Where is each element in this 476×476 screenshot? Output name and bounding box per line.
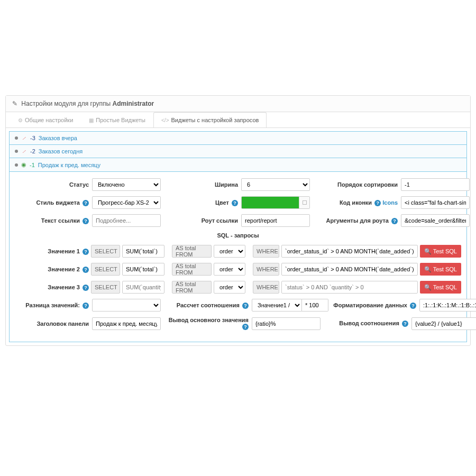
help-icon[interactable]: ?	[242, 303, 249, 309]
accordion-item[interactable]: ⟋ -2 Заказов сегодня	[9, 144, 467, 158]
dot-icon	[15, 163, 18, 167]
label-width: Ширина	[164, 181, 238, 188]
ratio-mult-input[interactable]	[302, 299, 328, 312]
eye-off-icon: ⟋	[21, 148, 27, 154]
help-icon[interactable]: ?	[374, 200, 381, 206]
search-icon: 🔍	[424, 284, 432, 291]
help-icon[interactable]: ?	[83, 303, 89, 309]
gear-icon: ⚙	[18, 117, 23, 123]
route-input[interactable]	[241, 214, 310, 227]
where-input-1[interactable]	[281, 245, 418, 258]
label-mainout: Вывод основного значения ?	[164, 317, 249, 330]
help-icon[interactable]: ?	[83, 218, 89, 224]
help-icon[interactable]: ?	[83, 285, 89, 291]
status-select[interactable]: Включено	[92, 178, 161, 191]
label-routeargs: Аргументы для роута ?	[313, 217, 398, 224]
help-icon[interactable]: ?	[83, 249, 89, 255]
table-select-1[interactable]: order	[214, 245, 245, 258]
widget-form: Статус Включено Ширина 6 Порядок сортиро…	[9, 172, 467, 342]
label-value3: Значение 3 ?	[15, 284, 89, 291]
eye-off-icon: ⟋	[21, 135, 27, 141]
sql-select-label: SELECT	[91, 281, 120, 294]
iconcode-input[interactable]	[401, 196, 470, 209]
dot-icon	[15, 136, 18, 140]
label-value1: Значение 1 ?	[15, 248, 89, 255]
item-index: -1	[30, 162, 35, 168]
wrench-icon: ✎	[12, 100, 17, 107]
table-select-3[interactable]: order	[214, 281, 245, 294]
sql-asfrom-label: AS total FROM	[172, 281, 212, 294]
sql-asfrom-label: AS total FROM	[172, 263, 212, 276]
label-status: Статус	[15, 181, 89, 188]
ratioout-input[interactable]	[411, 317, 476, 330]
label-iconcode: Код иконки ? Icons	[313, 199, 398, 206]
sum-input-3[interactable]	[122, 281, 164, 294]
sort-input[interactable]	[401, 178, 470, 191]
search-icon: 🔍	[424, 248, 432, 255]
color-picker[interactable]	[241, 196, 310, 209]
label-color: Цвет ?	[164, 199, 238, 206]
color-swatch	[242, 197, 299, 208]
width-select[interactable]: 6	[241, 178, 310, 191]
sum-input-1[interactable]	[122, 245, 164, 258]
sql-asfrom-label: AS total FROM	[172, 245, 212, 258]
help-icon[interactable]: ?	[242, 324, 249, 330]
dot-icon	[15, 150, 18, 153]
label-value2: Значение 2 ?	[15, 266, 89, 273]
table-select-2[interactable]: order	[214, 263, 245, 276]
panel-heading: ✎ Настройки модуля для группы Administra…	[6, 96, 470, 112]
panel-title-prefix: Настройки модуля для группы	[21, 100, 111, 107]
help-icon[interactable]: ?	[83, 267, 89, 273]
ratio-select[interactable]: Значение1 / Значе	[252, 299, 302, 312]
settings-panel: ✎ Настройки модуля для группы Administra…	[5, 95, 471, 346]
item-title: Заказов сегодня	[39, 148, 83, 154]
label-sort: Порядок сортировки	[313, 181, 398, 188]
label-ratioout: Вывод соотношения ?	[324, 320, 408, 327]
label-diff: Разница значений: ?	[15, 302, 89, 309]
help-icon[interactable]: ?	[83, 200, 89, 206]
mainout-input[interactable]	[252, 317, 321, 330]
grid-icon: ▦	[89, 117, 94, 123]
linktext-input[interactable]	[92, 214, 161, 227]
test-sql-button[interactable]: 🔍Test SQL	[420, 245, 461, 258]
paneltitle-input[interactable]	[92, 317, 161, 330]
tabs: ⚙Общие настройки ▦Простые Виджеты </>Вид…	[6, 112, 470, 128]
accordion-item-active[interactable]: ◉ -1 Продаж к пред. месяцу	[9, 158, 467, 172]
icons-link[interactable]: Icons	[382, 199, 398, 206]
accordion-item[interactable]: ⟋ -3 Заказов вчера	[9, 131, 467, 145]
help-icon[interactable]: ?	[232, 200, 238, 206]
sql-where-label: WHERE	[253, 245, 279, 258]
sql-where-label: WHERE	[253, 263, 279, 276]
tab-query-widgets[interactable]: </>Виджеты с настройкой запросов	[153, 112, 267, 128]
item-index: -3	[30, 135, 35, 141]
sql-select-label: SELECT	[91, 245, 120, 258]
code-icon: </>	[161, 117, 169, 123]
label-route: Роут ссылки	[164, 217, 238, 224]
item-title: Продаж к пред. месяцу	[38, 162, 100, 168]
sum-input-2[interactable]	[122, 263, 164, 276]
label-linktext: Текст ссылки ?	[15, 217, 89, 224]
tab-simple-widgets[interactable]: ▦Простые Виджеты	[81, 112, 153, 128]
where-input-3[interactable]	[281, 281, 418, 294]
diff-select[interactable]	[92, 299, 161, 312]
format-input[interactable]	[419, 299, 476, 312]
eye-on-icon: ◉	[21, 161, 26, 168]
sql-where-label: WHERE	[253, 281, 279, 294]
help-icon[interactable]: ?	[391, 218, 398, 224]
sql-section-title: SQL - запросы	[15, 232, 461, 239]
search-icon: 🔍	[424, 266, 432, 273]
help-icon[interactable]: ?	[402, 321, 408, 327]
label-ratio: Рассчет соотношения ?	[164, 302, 249, 309]
label-style: Стиль виджета ?	[15, 199, 89, 206]
sql-select-label: SELECT	[91, 263, 120, 276]
where-input-2[interactable]	[281, 263, 418, 276]
test-sql-button[interactable]: 🔍Test SQL	[420, 281, 461, 294]
label-format: Форматирование данных ?	[332, 302, 416, 309]
color-button[interactable]	[299, 197, 309, 208]
panel-title-group: Administrator	[112, 100, 154, 107]
test-sql-button[interactable]: 🔍Test SQL	[420, 263, 461, 276]
help-icon[interactable]: ?	[410, 303, 416, 309]
tab-general[interactable]: ⚙Общие настройки	[10, 112, 81, 128]
style-select[interactable]: Прогресс-бар XS-2	[92, 196, 161, 209]
routeargs-input[interactable]	[401, 214, 470, 227]
